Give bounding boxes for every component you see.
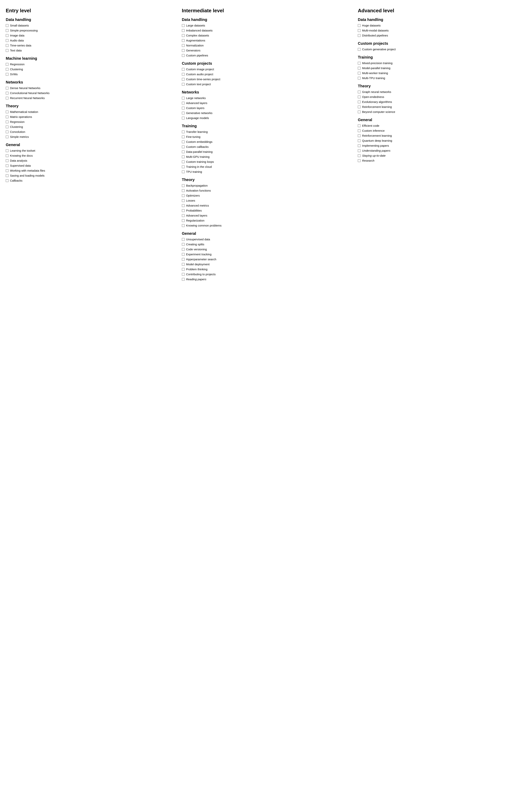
list-item[interactable]: Generators <box>182 49 350 52</box>
list-item[interactable]: Simple metrics <box>6 135 174 139</box>
checkbox-icon[interactable] <box>182 29 185 32</box>
list-item[interactable]: Time-series data <box>6 43 174 48</box>
checkbox-icon[interactable] <box>358 29 360 32</box>
list-item[interactable]: Reading papers <box>182 277 350 281</box>
list-item[interactable]: Multi-GPU training <box>182 155 350 159</box>
checkbox-icon[interactable] <box>358 149 360 152</box>
list-item[interactable]: Image data <box>6 33 174 37</box>
checkbox-icon[interactable] <box>6 29 8 32</box>
list-item[interactable]: Language models <box>182 116 350 120</box>
list-item[interactable]: Losses <box>182 199 350 203</box>
list-item[interactable]: Advanced layers <box>182 214 350 218</box>
list-item[interactable]: Custom layers <box>182 106 350 110</box>
checkbox-icon[interactable] <box>6 179 8 182</box>
list-item[interactable]: Knowing the docs <box>6 153 174 157</box>
checkbox-icon[interactable] <box>6 68 8 71</box>
checkbox-icon[interactable] <box>358 67 360 70</box>
list-item[interactable]: Custom generative project <box>358 47 526 51</box>
list-item[interactable]: Optimizers <box>182 193 350 198</box>
list-item[interactable]: Creating splits <box>182 242 350 246</box>
list-item[interactable]: Multi-worker training <box>358 71 526 75</box>
checkbox-icon[interactable] <box>182 224 185 227</box>
checkbox-icon[interactable] <box>182 209 185 212</box>
checkbox-icon[interactable] <box>358 111 360 113</box>
checkbox-icon[interactable] <box>182 248 185 251</box>
checkbox-icon[interactable] <box>6 49 8 52</box>
list-item[interactable]: Training in the cloud <box>182 165 350 169</box>
checkbox-icon[interactable] <box>182 68 185 71</box>
list-item[interactable]: Callbacks <box>6 179 174 183</box>
list-item[interactable]: TPU training <box>182 170 350 174</box>
checkbox-icon[interactable] <box>182 189 185 192</box>
checkbox-icon[interactable] <box>182 238 185 241</box>
checkbox-icon[interactable] <box>6 44 8 47</box>
checkbox-icon[interactable] <box>182 258 185 261</box>
list-item[interactable]: Quantum deep learning <box>358 138 526 143</box>
list-item[interactable]: Working with metadata files <box>6 169 174 172</box>
list-item[interactable]: Mathematical notation <box>6 110 174 114</box>
checkbox-icon[interactable] <box>358 77 360 79</box>
list-item[interactable]: Backpropagation <box>182 184 350 188</box>
list-item[interactable]: Clustering <box>6 67 174 71</box>
list-item[interactable]: Transfer learning <box>182 130 350 134</box>
checkbox-icon[interactable] <box>182 273 185 276</box>
list-item[interactable]: Custom inference <box>358 129 526 133</box>
checkbox-icon[interactable] <box>182 107 185 109</box>
list-item[interactable]: Regression <box>6 120 174 124</box>
checkbox-icon[interactable] <box>182 83 185 86</box>
list-item[interactable]: Evolutionary algorithms <box>358 100 526 104</box>
checkbox-icon[interactable] <box>358 72 360 74</box>
checkbox-icon[interactable] <box>6 73 8 76</box>
list-item[interactable]: Convolutional Neural Networks <box>6 91 174 95</box>
checkbox-icon[interactable] <box>182 146 185 148</box>
checkbox-icon[interactable] <box>182 131 185 133</box>
list-item[interactable]: Large datasets <box>182 23 350 27</box>
checkbox-icon[interactable] <box>182 170 185 173</box>
list-item[interactable]: Augmentations <box>182 38 350 42</box>
checkbox-icon[interactable] <box>6 126 8 128</box>
checkbox-icon[interactable] <box>182 278 185 281</box>
list-item[interactable]: Custom pipelines <box>182 53 350 57</box>
list-item[interactable]: Reinforcement learning <box>358 105 526 109</box>
list-item[interactable]: Advanced layers <box>182 101 350 105</box>
checkbox-icon[interactable] <box>182 263 185 266</box>
checkbox-icon[interactable] <box>182 39 185 42</box>
list-item[interactable]: Mixed-precision training <box>358 61 526 65</box>
list-item[interactable]: Recurrent Neural Networks <box>6 96 174 100</box>
list-item[interactable]: Imbalanced datasets <box>182 29 350 33</box>
list-item[interactable]: Matrix operations <box>6 115 174 119</box>
checkbox-icon[interactable] <box>182 49 185 52</box>
list-item[interactable]: Advanced metrics <box>182 203 350 207</box>
checkbox-icon[interactable] <box>6 63 8 66</box>
list-item[interactable]: Efficient code <box>358 124 526 128</box>
checkbox-icon[interactable] <box>182 199 185 202</box>
list-item[interactable]: Experiment tracking <box>182 252 350 256</box>
list-item[interactable]: Clustering <box>6 125 174 129</box>
checkbox-icon[interactable] <box>182 166 185 168</box>
checkbox-icon[interactable] <box>182 117 185 119</box>
checkbox-icon[interactable] <box>358 154 360 157</box>
checkbox-icon[interactable] <box>6 149 8 152</box>
list-item[interactable]: Custom audio project <box>182 72 350 76</box>
checkbox-icon[interactable] <box>182 150 185 153</box>
checkbox-icon[interactable] <box>182 24 185 27</box>
list-item[interactable]: Understanding papers <box>358 149 526 153</box>
checkbox-icon[interactable] <box>358 100 360 103</box>
checkbox-icon[interactable] <box>182 102 185 105</box>
list-item[interactable]: Multi-TPU training <box>358 76 526 80</box>
checkbox-icon[interactable] <box>182 184 185 187</box>
checkbox-icon[interactable] <box>6 92 8 94</box>
checkbox-icon[interactable] <box>182 243 185 246</box>
list-item[interactable]: Dense Neural Networks <box>6 86 174 90</box>
list-item[interactable]: Convolution <box>6 130 174 134</box>
checkbox-icon[interactable] <box>358 106 360 108</box>
checkbox-icon[interactable] <box>358 91 360 93</box>
list-item[interactable]: Multi-modal datasets <box>358 29 526 33</box>
list-item[interactable]: Model deployment <box>182 262 350 266</box>
list-item[interactable]: Supervised data <box>6 164 174 168</box>
list-item[interactable]: Data-parallel training <box>182 150 350 154</box>
list-item[interactable]: Audio data <box>6 38 174 42</box>
checkbox-icon[interactable] <box>182 214 185 217</box>
checkbox-icon[interactable] <box>358 159 360 162</box>
list-item[interactable]: Graph neural networks <box>358 90 526 94</box>
